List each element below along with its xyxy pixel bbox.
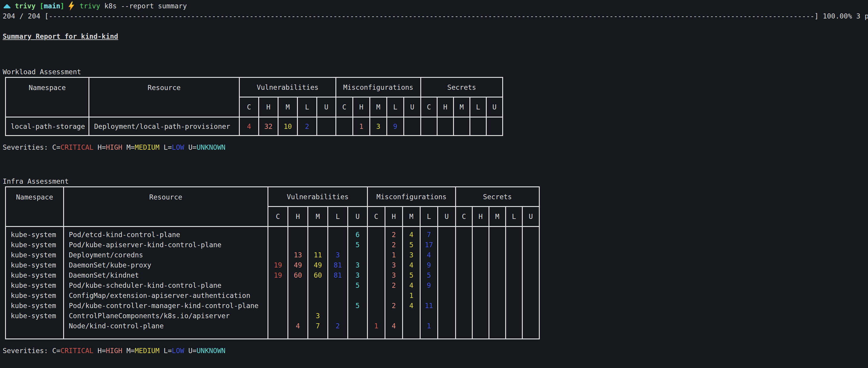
section-heading-infra: Infra Assessment [3, 176, 868, 187]
table-row: kube-systemConfigMap/extension-apiserver… [6, 290, 539, 301]
cell-vuln-m-count: 3 [308, 311, 328, 321]
legend-key-h: H= [98, 347, 106, 355]
cell-secrets-h-count [472, 270, 489, 280]
cell-namespace [6, 321, 64, 339]
severity-column-header-h: H [353, 97, 370, 117]
cell-misc-m-count: 5 [403, 240, 420, 250]
cell-misc-c-count [368, 311, 385, 321]
group-header-misconfigurations: Misconfigurations [368, 187, 456, 207]
cell-secrets-c-count [456, 240, 472, 250]
severity-column-header-l: L [420, 207, 438, 227]
cell-misc-m-count [403, 311, 420, 321]
cell-misc-u-count [438, 321, 456, 339]
cell-resource: Pod/kube-apiserver-kind-control-plane [64, 240, 268, 250]
cell-misc-l-count: 1 [420, 321, 438, 339]
cell-vuln-h-count: 13 [288, 250, 308, 260]
cell-misc-m-count: 4 [403, 301, 420, 311]
cell-resource: Pod/kube-scheduler-kind-control-plane [64, 280, 268, 290]
cell-misc-u-count [438, 301, 456, 311]
workload-assessment-table: NamespaceResourceVulnerabilitiesMisconfi… [5, 77, 503, 136]
spacer [100, 1, 104, 11]
cell-secrets-h-count [472, 260, 489, 270]
cell-misc-l-count: 17 [420, 240, 438, 250]
cell-vuln-u-count: 5 [348, 301, 368, 311]
cell-secrets-m-count [454, 117, 470, 136]
cell-secrets-m-count [489, 321, 506, 339]
table-row: kube-systemDaemonSet/kindnet196060813355 [6, 270, 539, 280]
legend-key-m: M= [126, 143, 135, 151]
cell-misc-c-count: 1 [368, 321, 385, 339]
table-row: local-path-storageDeployment/local-path-… [6, 117, 503, 136]
severity-column-header-c: C [336, 97, 353, 117]
cell-vuln-l-count [328, 290, 348, 301]
cell-misc-l-count: 11 [420, 301, 438, 311]
cell-misc-u-count [438, 227, 456, 240]
cell-vuln-u-count: 3 [348, 260, 368, 270]
severity-column-header-h: H [472, 207, 489, 227]
cell-misc-m-count: 4 [403, 260, 420, 270]
cell-vuln-u-count [348, 311, 368, 321]
legend-prefix: Severities: [3, 347, 48, 355]
group-header-vulnerabilities: Vulnerabilities [268, 187, 368, 207]
cell-secrets-l-count [506, 311, 523, 321]
cell-vuln-h-count [288, 290, 308, 301]
cell-vuln-c-count [268, 280, 288, 290]
resource-column-header: Resource [89, 78, 240, 117]
cell-misc-u-count [438, 290, 456, 301]
cell-secrets-l-count [506, 280, 523, 290]
severity-column-header-u: U [348, 207, 368, 227]
cell-secrets-l-count [506, 270, 523, 280]
legend-key-m: M= [126, 347, 135, 355]
spacer [35, 1, 40, 11]
severity-column-header-c: C [421, 97, 437, 117]
cell-vuln-l-count: 81 [328, 260, 348, 270]
cell-namespace: local-path-storage [6, 117, 89, 136]
cell-misc-l-count: 9 [420, 280, 438, 290]
legend-label-medium: MEDIUM [135, 143, 159, 151]
cell-vuln-h-count: 4 [288, 321, 308, 339]
cell-secrets-u-count [523, 227, 539, 240]
cell-resource: Pod/etcd-kind-control-plane [64, 227, 268, 240]
cell-misc-l-count: 4 [420, 250, 438, 260]
cell-vuln-h-count [288, 240, 308, 250]
cell-vuln-l-count [328, 301, 348, 311]
severity-column-header-h: H [385, 207, 403, 227]
cell-misc-l-count: 9 [387, 117, 404, 136]
severity-column-header-m: M [454, 97, 470, 117]
cell-misc-u-count [438, 270, 456, 280]
cell-misc-c-count [368, 240, 385, 250]
cell-secrets-h-count [472, 280, 489, 290]
severity-column-header-u: U [523, 207, 539, 227]
cell-namespace: kube-system [6, 227, 64, 240]
cell-misc-m-count: 4 [403, 280, 420, 290]
cell-misc-l-count [420, 290, 438, 301]
severity-column-header-m: M [370, 97, 387, 117]
cell-vuln-c-count [268, 311, 288, 321]
cell-vuln-c-count [268, 227, 288, 240]
legend-label-critical: CRITICAL [60, 143, 94, 151]
cell-secrets-c-count [456, 270, 472, 280]
cell-misc-c-count [368, 227, 385, 240]
cell-secrets-l-count [506, 240, 523, 250]
legend-key-c: C= [52, 347, 60, 355]
severity-column-header-c: C [456, 207, 472, 227]
cell-secrets-u-count [523, 321, 539, 339]
cell-secrets-u-count [487, 117, 503, 136]
table-row: kube-systemPod/kube-apiserver-kind-contr… [6, 240, 539, 250]
legend-label-low: LOW [172, 143, 184, 151]
cell-secrets-h-count [472, 311, 489, 321]
cell-misc-m-count: 5 [403, 270, 420, 280]
cell-vuln-m-count [308, 290, 328, 301]
cell-misc-c-count [368, 270, 385, 280]
cell-secrets-u-count [523, 301, 539, 311]
cell-misc-h-count: 1 [353, 117, 370, 136]
cell-misc-m-count: 4 [403, 227, 420, 240]
cell-resource: Deployment/coredns [64, 250, 268, 260]
cell-vuln-l-count: 2 [328, 321, 348, 339]
cell-secrets-l-count [506, 227, 523, 240]
group-header-secrets: Secrets [456, 187, 539, 207]
cell-misc-c-count [368, 301, 385, 311]
cell-secrets-l-count [506, 290, 523, 301]
cell-secrets-m-count [489, 290, 506, 301]
cell-secrets-h-count [472, 301, 489, 311]
